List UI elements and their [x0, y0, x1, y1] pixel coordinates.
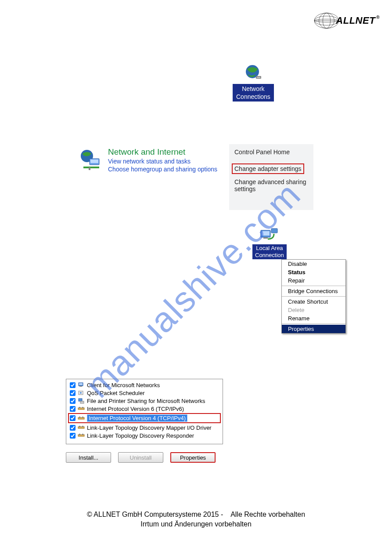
network-globe-icon — [244, 64, 263, 81]
network-connections-label: Network Connections — [233, 84, 274, 102]
control-panel-sidebar: Control Panel Home Change adapter settin… — [229, 144, 313, 210]
page-footer: © ALLNET GmbH Computersysteme 2015 - All… — [0, 510, 392, 529]
footer-disclaimer: Irrtum und Änderungen vorbehalten — [0, 519, 392, 529]
list-item-label: Internet Protocol Version 4 (TCP/IPv4) — [87, 414, 187, 422]
list-item-label: Link-Layer Topology Discovery Responder — [87, 432, 194, 439]
svg-rect-8 — [257, 77, 260, 78]
checkbox[interactable] — [70, 398, 76, 404]
network-and-internet-section: Network and Internet View network status… — [79, 147, 217, 173]
list-item-label: Link-Layer Topology Discovery Mapper I/O… — [87, 424, 212, 431]
network-internet-icon — [79, 148, 104, 173]
dialog-buttons-row: Install... Uninstall Properties — [66, 452, 216, 463]
list-item-ipv4-selected[interactable]: Internet Protocol Version 4 (TCP/IPv4) — [68, 413, 221, 423]
menu-separator — [282, 296, 345, 297]
svg-rect-26 — [79, 407, 80, 408]
client-icon — [78, 381, 85, 388]
properties-button[interactable]: Properties — [170, 452, 216, 463]
install-button[interactable]: Install... — [66, 452, 111, 463]
connection-context-menu: Disable Status Repair Bridge Connections… — [281, 259, 346, 334]
printer-share-icon — [78, 397, 85, 404]
svg-rect-20 — [79, 386, 82, 387]
menu-shortcut[interactable]: Create Shortcut — [282, 297, 345, 306]
list-item[interactable]: Link-Layer Topology Discovery Responder — [69, 432, 220, 439]
menu-status[interactable]: Status — [282, 268, 345, 276]
svg-rect-33 — [82, 426, 83, 427]
globe-wire-icon — [314, 8, 339, 33]
menu-rename[interactable]: Rename — [282, 314, 345, 323]
list-item-label: QoS Packet Scheduler — [87, 390, 145, 396]
svg-rect-16 — [263, 237, 268, 239]
svg-rect-12 — [83, 167, 99, 168]
list-item[interactable]: Internet Protocol Version 6 (TCP/IPv6) — [69, 405, 220, 413]
local-area-connection-label: Local Area Connection — [252, 244, 287, 259]
list-item[interactable]: File and Printer Sharing for Microsoft N… — [69, 397, 220, 405]
lan-adapter-icon — [259, 228, 280, 243]
list-item[interactable]: QoS Packet Scheduler — [69, 389, 220, 397]
footer-rights: Alle Rechte vorbehalten — [230, 511, 305, 518]
control-panel-home-link[interactable]: Control Panel Home — [234, 149, 308, 156]
list-item-label: File and Printer Sharing for Microsoft N… — [87, 398, 205, 404]
svg-point-22 — [80, 392, 82, 394]
view-status-link[interactable]: View network status and tasks — [108, 158, 217, 165]
uninstall-button: Uninstall — [118, 452, 163, 463]
list-item-label: Internet Protocol Version 6 (TCP/IPv6) — [87, 406, 184, 412]
change-adapter-settings-link[interactable]: Change adapter settings — [232, 163, 304, 174]
change-advanced-sharing-link[interactable]: Change advanced sharing settings — [234, 178, 308, 192]
checkbox[interactable] — [70, 425, 76, 431]
protocol-icon — [78, 432, 85, 439]
homegroup-link[interactable]: Choose homegroup and sharing options — [108, 166, 217, 173]
qos-icon — [78, 389, 85, 396]
svg-rect-15 — [262, 231, 270, 236]
svg-rect-19 — [79, 383, 83, 385]
svg-rect-30 — [82, 417, 83, 418]
svg-rect-29 — [79, 417, 80, 418]
list-item[interactable]: Link-Layer Topology Discovery Mapper I/O… — [69, 424, 220, 432]
brand-logo: ALLNET® — [314, 8, 380, 33]
svg-rect-36 — [82, 434, 83, 435]
protocol-icon — [78, 415, 85, 422]
protocol-icon — [78, 405, 85, 412]
checkbox[interactable] — [70, 390, 76, 396]
local-area-connection-icon-block[interactable]: Local Area Connection — [252, 228, 287, 259]
list-item[interactable]: Client for Microsoft Networks — [69, 381, 220, 389]
menu-separator — [282, 323, 345, 324]
menu-properties[interactable]: Properties — [282, 325, 345, 333]
checkbox[interactable] — [70, 382, 76, 388]
network-internet-title[interactable]: Network and Internet — [108, 147, 217, 157]
network-components-list: Client for Microsoft Networks QoS Packet… — [66, 379, 223, 444]
list-item-label: Client for Microsoft Networks — [87, 382, 160, 388]
network-connections-icon-block[interactable]: Network Connections — [233, 64, 274, 102]
menu-repair[interactable]: Repair — [282, 276, 345, 285]
svg-rect-32 — [79, 426, 80, 427]
checkbox[interactable] — [70, 415, 76, 421]
svg-rect-11 — [90, 160, 98, 163]
menu-bridge[interactable]: Bridge Connections — [282, 287, 345, 295]
svg-rect-17 — [271, 229, 277, 233]
menu-separator — [282, 286, 345, 286]
footer-copyright: © ALLNET GmbH Computersysteme 2015 - — [87, 511, 223, 518]
brand-name: ALLNET® — [336, 15, 380, 26]
menu-disable[interactable]: Disable — [282, 260, 345, 268]
protocol-icon — [78, 424, 85, 431]
svg-rect-23 — [79, 399, 82, 401]
menu-delete: Delete — [282, 306, 345, 314]
checkbox[interactable] — [70, 406, 76, 412]
checkbox[interactable] — [70, 433, 76, 439]
svg-rect-35 — [79, 434, 80, 435]
svg-rect-13 — [89, 167, 90, 170]
svg-rect-24 — [80, 401, 84, 403]
svg-rect-27 — [82, 407, 83, 408]
